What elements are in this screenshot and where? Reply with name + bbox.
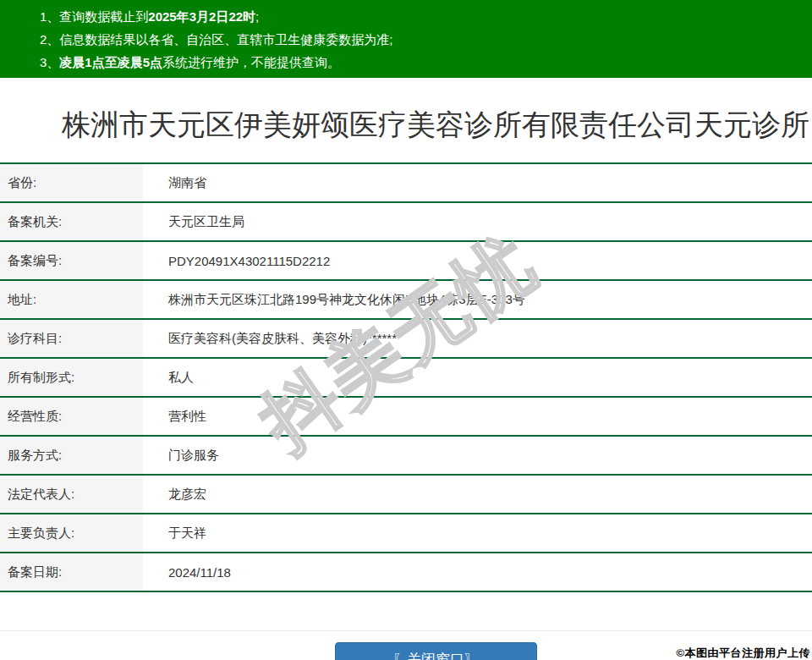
notice-1-post: ; [255,9,259,24]
row-value: 私人 [143,358,812,397]
row-label: 经营性质: [0,397,143,436]
notice-2-pre: 2、信息数据结果以各省、自治区、直辖市卫生健康委数据为准; [40,32,393,47]
notice-3-post: 系统进行维护，不能提供查询。 [162,55,340,69]
notice-3-pre: 3、 [40,55,59,69]
table-row: 地址: 株洲市天元区珠江北路199号神龙文化休闲B地块4栋3层E-303号 [0,280,812,319]
row-label: 法定代表人: [0,475,143,514]
row-label: 所有制形式: [0,358,143,397]
table-row: 经营性质: 营利性 [0,397,812,436]
row-value: PDY20491X43021115D2212 [143,241,812,280]
copyright-note: ©本图由平台注册用户上传 [676,646,810,660]
notice-line-3: 3、凌晨1点至凌晨5点系统进行维护，不能提供查询。 [40,51,804,74]
row-label: 备案机关: [0,202,143,241]
notice-line-2: 2、信息数据结果以各省、自治区、直辖市卫生健康委数据为准; [40,28,804,51]
institution-info-table: 省份: 湖南省 备案机关: 天元区卫生局 备案编号: PDY20491X4302… [0,162,812,592]
notice-line-1: 1、查询数据截止到2025年3月2日22时; [40,5,804,28]
row-label: 备案日期: [0,553,143,591]
table-row: 备案日期: 2024/11/18 [0,553,812,591]
notice-3-bold: 凌晨1点至凌晨5点 [59,55,162,69]
row-value: 营利性 [143,397,812,436]
table-row: 备案机关: 天元区卫生局 [0,202,812,241]
notice-1-pre: 1、查询数据截止到 [40,9,148,24]
row-label: 诊疗科目: [0,319,143,358]
row-value: 医疗美容科(美容皮肤科、美容外科)****** [143,319,812,358]
row-value: 湖南省 [143,163,812,202]
page-title: 株洲市天元区伊美妍颂医疗美容诊所有限责任公司天元诊所 [0,78,812,162]
row-label: 备案编号: [0,241,143,280]
registration-result-page: 1、查询数据截止到2025年3月2日22时; 2、信息数据结果以各省、自治区、直… [0,0,812,660]
footer-divider [0,630,812,631]
table-row: 主要负责人: 于天祥 [0,514,812,553]
row-label: 地址: [0,280,143,319]
row-value: 株洲市天元区珠江北路199号神龙文化休闲B地块4栋3层E-303号 [143,280,812,319]
table-row: 备案编号: PDY20491X43021115D2212 [0,241,812,280]
table-row: 服务方式: 门诊服务 [0,436,812,475]
row-value: 门诊服务 [143,436,812,475]
table-row: 诊疗科目: 医疗美容科(美容皮肤科、美容外科)****** [0,319,812,358]
notice-1-bold: 2025年3月2日22时 [148,9,255,24]
close-window-button[interactable]: 〖关闭窗口〗 [335,642,537,660]
row-value: 天元区卫生局 [143,202,812,241]
table-row: 所有制形式: 私人 [0,358,812,397]
row-label: 服务方式: [0,436,143,475]
row-value: 2024/11/18 [143,553,812,591]
table-row: 法定代表人: 龙彦宏 [0,475,812,514]
row-value: 于天祥 [143,514,812,553]
notice-bar: 1、查询数据截止到2025年3月2日22时; 2、信息数据结果以各省、自治区、直… [0,0,812,78]
content-container: 株洲市天元区伊美妍颂医疗美容诊所有限责任公司天元诊所 省份: 湖南省 备案机关:… [0,78,812,660]
table-row: 省份: 湖南省 [0,163,812,202]
row-label: 主要负责人: [0,514,143,553]
row-label: 省份: [0,163,143,202]
row-value: 龙彦宏 [143,475,812,514]
